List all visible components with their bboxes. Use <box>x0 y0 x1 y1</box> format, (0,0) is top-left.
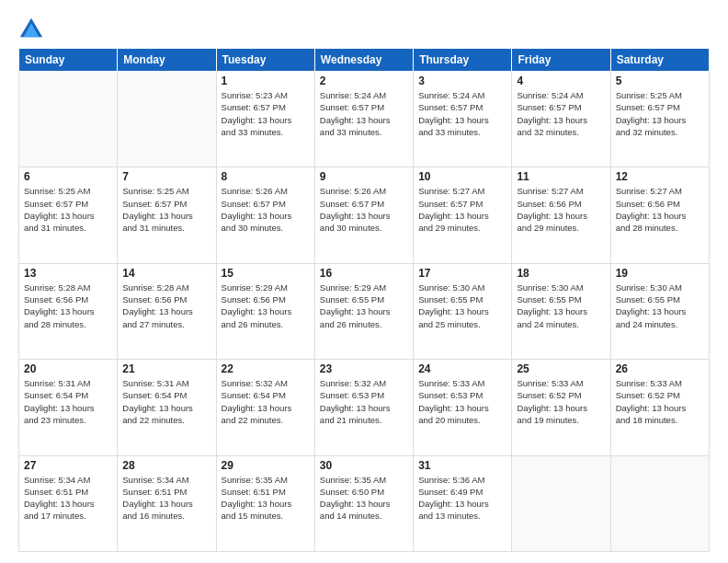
calendar-cell: 22Sunrise: 5:32 AM Sunset: 6:54 PM Dayli… <box>216 360 314 455</box>
weekday-header-row: SundayMondayTuesdayWednesdayThursdayFrid… <box>19 49 710 72</box>
day-number: 25 <box>517 362 605 375</box>
calendar-cell: 7Sunrise: 5:25 AM Sunset: 6:57 PM Daylig… <box>118 167 216 263</box>
day-info: Sunrise: 5:25 AM Sunset: 6:57 PM Dayligh… <box>616 89 704 138</box>
day-info: Sunrise: 5:25 AM Sunset: 6:57 PM Dayligh… <box>24 185 112 234</box>
calendar-cell: 12Sunrise: 5:27 AM Sunset: 6:56 PM Dayli… <box>610 167 709 263</box>
day-number: 7 <box>122 170 210 183</box>
weekday-monday: Monday <box>118 49 216 72</box>
calendar: SundayMondayTuesdayWednesdayThursdayFrid… <box>18 48 710 552</box>
day-info: Sunrise: 5:35 AM Sunset: 6:50 PM Dayligh… <box>320 474 408 523</box>
weekday-friday: Friday <box>512 49 610 72</box>
day-info: Sunrise: 5:30 AM Sunset: 6:55 PM Dayligh… <box>418 282 506 330</box>
calendar-cell: 28Sunrise: 5:34 AM Sunset: 6:51 PM Dayli… <box>118 455 216 551</box>
day-info: Sunrise: 5:31 AM Sunset: 6:54 PM Dayligh… <box>122 377 210 426</box>
day-number: 15 <box>222 267 310 280</box>
day-number: 21 <box>122 362 210 375</box>
day-info: Sunrise: 5:29 AM Sunset: 6:56 PM Dayligh… <box>222 282 310 330</box>
calendar-cell: 9Sunrise: 5:26 AM Sunset: 6:57 PM Daylig… <box>314 167 413 263</box>
day-number: 2 <box>320 75 408 87</box>
calendar-cell: 19Sunrise: 5:30 AM Sunset: 6:55 PM Dayli… <box>610 263 709 359</box>
day-info: Sunrise: 5:33 AM Sunset: 6:53 PM Dayligh… <box>418 377 506 426</box>
calendar-cell <box>512 455 610 551</box>
logo-icon <box>18 15 44 40</box>
week-row-3: 13Sunrise: 5:28 AM Sunset: 6:56 PM Dayli… <box>19 263 710 359</box>
day-info: Sunrise: 5:27 AM Sunset: 6:57 PM Dayligh… <box>418 185 506 234</box>
calendar-cell <box>118 72 216 167</box>
weekday-saturday: Saturday <box>610 49 709 72</box>
calendar-cell: 30Sunrise: 5:35 AM Sunset: 6:50 PM Dayli… <box>314 455 413 551</box>
day-number: 29 <box>222 459 310 472</box>
day-number: 12 <box>616 170 704 183</box>
day-number: 5 <box>616 75 704 87</box>
calendar-cell: 27Sunrise: 5:34 AM Sunset: 6:51 PM Dayli… <box>19 455 118 551</box>
day-number: 17 <box>418 267 506 280</box>
day-info: Sunrise: 5:25 AM Sunset: 6:57 PM Dayligh… <box>122 185 210 234</box>
calendar-cell: 18Sunrise: 5:30 AM Sunset: 6:55 PM Dayli… <box>512 263 610 359</box>
day-number: 24 <box>418 362 506 375</box>
week-row-2: 6Sunrise: 5:25 AM Sunset: 6:57 PM Daylig… <box>19 167 710 263</box>
day-number: 9 <box>320 170 408 183</box>
week-row-4: 20Sunrise: 5:31 AM Sunset: 6:54 PM Dayli… <box>19 360 710 455</box>
day-info: Sunrise: 5:28 AM Sunset: 6:56 PM Dayligh… <box>24 282 112 330</box>
calendar-cell: 4Sunrise: 5:24 AM Sunset: 6:57 PM Daylig… <box>512 72 610 167</box>
day-info: Sunrise: 5:32 AM Sunset: 6:54 PM Dayligh… <box>222 377 310 426</box>
day-info: Sunrise: 5:23 AM Sunset: 6:57 PM Dayligh… <box>222 89 310 138</box>
calendar-cell: 25Sunrise: 5:33 AM Sunset: 6:52 PM Dayli… <box>512 360 610 455</box>
weekday-sunday: Sunday <box>19 49 118 72</box>
week-row-5: 27Sunrise: 5:34 AM Sunset: 6:51 PM Dayli… <box>19 455 710 551</box>
weekday-thursday: Thursday <box>414 49 512 72</box>
day-info: Sunrise: 5:33 AM Sunset: 6:52 PM Dayligh… <box>616 377 704 426</box>
day-info: Sunrise: 5:24 AM Sunset: 6:57 PM Dayligh… <box>418 89 506 138</box>
day-info: Sunrise: 5:31 AM Sunset: 6:54 PM Dayligh… <box>24 377 112 426</box>
calendar-cell: 6Sunrise: 5:25 AM Sunset: 6:57 PM Daylig… <box>19 167 118 263</box>
calendar-cell: 5Sunrise: 5:25 AM Sunset: 6:57 PM Daylig… <box>610 72 709 167</box>
day-info: Sunrise: 5:32 AM Sunset: 6:53 PM Dayligh… <box>320 377 408 426</box>
day-number: 16 <box>320 267 408 280</box>
calendar-cell: 3Sunrise: 5:24 AM Sunset: 6:57 PM Daylig… <box>414 72 512 167</box>
day-info: Sunrise: 5:26 AM Sunset: 6:57 PM Dayligh… <box>320 185 408 234</box>
day-number: 6 <box>24 170 112 183</box>
day-number: 20 <box>24 362 112 375</box>
day-number: 30 <box>320 459 408 472</box>
week-row-1: 1Sunrise: 5:23 AM Sunset: 6:57 PM Daylig… <box>19 72 710 167</box>
calendar-cell: 2Sunrise: 5:24 AM Sunset: 6:57 PM Daylig… <box>314 72 413 167</box>
day-number: 10 <box>418 170 506 183</box>
day-info: Sunrise: 5:34 AM Sunset: 6:51 PM Dayligh… <box>122 474 210 523</box>
calendar-cell <box>19 72 118 167</box>
calendar-cell: 17Sunrise: 5:30 AM Sunset: 6:55 PM Dayli… <box>414 263 512 359</box>
day-info: Sunrise: 5:30 AM Sunset: 6:55 PM Dayligh… <box>616 282 704 330</box>
calendar-cell: 1Sunrise: 5:23 AM Sunset: 6:57 PM Daylig… <box>216 72 314 167</box>
day-number: 31 <box>418 459 506 472</box>
calendar-cell: 13Sunrise: 5:28 AM Sunset: 6:56 PM Dayli… <box>19 263 118 359</box>
day-number: 13 <box>24 267 112 280</box>
day-number: 8 <box>222 170 310 183</box>
calendar-cell: 14Sunrise: 5:28 AM Sunset: 6:56 PM Dayli… <box>118 263 216 359</box>
day-info: Sunrise: 5:24 AM Sunset: 6:57 PM Dayligh… <box>517 89 605 138</box>
day-number: 22 <box>222 362 310 375</box>
calendar-cell: 23Sunrise: 5:32 AM Sunset: 6:53 PM Dayli… <box>314 360 413 455</box>
day-info: Sunrise: 5:30 AM Sunset: 6:55 PM Dayligh… <box>517 282 605 330</box>
logo <box>18 15 48 40</box>
day-number: 26 <box>616 362 704 375</box>
page: SundayMondayTuesdayWednesdayThursdayFrid… <box>0 0 728 563</box>
calendar-cell <box>610 455 709 551</box>
calendar-cell: 15Sunrise: 5:29 AM Sunset: 6:56 PM Dayli… <box>216 263 314 359</box>
day-number: 23 <box>320 362 408 375</box>
day-info: Sunrise: 5:34 AM Sunset: 6:51 PM Dayligh… <box>24 474 112 523</box>
day-number: 3 <box>418 75 506 87</box>
calendar-cell: 31Sunrise: 5:36 AM Sunset: 6:49 PM Dayli… <box>414 455 512 551</box>
day-info: Sunrise: 5:28 AM Sunset: 6:56 PM Dayligh… <box>122 282 210 330</box>
day-info: Sunrise: 5:27 AM Sunset: 6:56 PM Dayligh… <box>616 185 704 234</box>
day-number: 11 <box>517 170 605 183</box>
day-info: Sunrise: 5:35 AM Sunset: 6:51 PM Dayligh… <box>222 474 310 523</box>
calendar-cell: 20Sunrise: 5:31 AM Sunset: 6:54 PM Dayli… <box>19 360 118 455</box>
calendar-cell: 29Sunrise: 5:35 AM Sunset: 6:51 PM Dayli… <box>216 455 314 551</box>
calendar-cell: 11Sunrise: 5:27 AM Sunset: 6:56 PM Dayli… <box>512 167 610 263</box>
day-info: Sunrise: 5:24 AM Sunset: 6:57 PM Dayligh… <box>320 89 408 138</box>
calendar-cell: 8Sunrise: 5:26 AM Sunset: 6:57 PM Daylig… <box>216 167 314 263</box>
day-number: 27 <box>24 459 112 472</box>
day-info: Sunrise: 5:36 AM Sunset: 6:49 PM Dayligh… <box>418 474 506 523</box>
calendar-cell: 24Sunrise: 5:33 AM Sunset: 6:53 PM Dayli… <box>414 360 512 455</box>
day-info: Sunrise: 5:33 AM Sunset: 6:52 PM Dayligh… <box>517 377 605 426</box>
day-number: 1 <box>222 75 310 87</box>
